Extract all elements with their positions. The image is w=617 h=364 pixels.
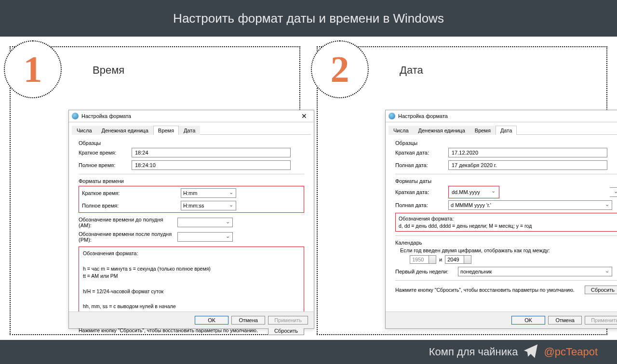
globe-icon xyxy=(72,113,79,119)
page-title: Настроить формат даты и времени в Window… xyxy=(173,11,444,26)
short-date-sample: 17.12.2020 xyxy=(448,148,607,157)
apply-button[interactable]: Применить xyxy=(585,316,617,325)
cancel-button[interactable]: Отмена xyxy=(231,316,265,325)
firstday-label: Первый день недели: xyxy=(395,269,458,274)
tab-numbers[interactable]: Числа xyxy=(72,126,97,135)
long-date-sample: 17 декабря 2020 г. xyxy=(448,160,607,170)
tab-bar: Числа Денежная единица Время Дата xyxy=(72,125,311,135)
year-from-field: 1950 xyxy=(410,255,436,264)
globe-icon xyxy=(389,113,395,119)
date-format-dialog: Настройка формата ✕ Числа Денежная едини… xyxy=(385,110,617,329)
short-date-label: Краткая дата: xyxy=(395,150,448,156)
fmt-long-time-select[interactable]: H:mm:ss xyxy=(181,201,236,210)
date-formats-label: Форматы даты xyxy=(395,178,617,184)
tab-currency[interactable]: Денежная единица xyxy=(414,126,470,135)
long-time-label: Полное время: xyxy=(79,162,132,168)
samples-label: Образцы xyxy=(79,140,304,146)
am-label: Обозначение времени до полудня (AM): xyxy=(79,217,177,228)
long-time-sample: 18:24:10 xyxy=(132,160,291,170)
fmt-long-time-label: Полное время: xyxy=(82,203,181,208)
long-date-label: Полная дата: xyxy=(395,162,448,168)
format-notes-box: Обозначения формата: d, dd = день ddd, d… xyxy=(395,213,617,232)
tab-date[interactable]: Дата xyxy=(496,126,517,135)
firstday-select[interactable]: понедельник xyxy=(458,267,612,276)
step-1-title: Время xyxy=(93,64,124,77)
samples-label: Образцы xyxy=(395,140,617,146)
step-1-badge: 1 xyxy=(4,40,62,98)
am-select[interactable] xyxy=(177,218,233,227)
tab-time[interactable]: Время xyxy=(470,126,496,135)
step-1-panel: 1 Время Настройка формата ✕ Числа Денежн… xyxy=(10,46,300,335)
tab-bar: Числа Денежная единица Время Дата xyxy=(389,125,617,135)
pm-select[interactable] xyxy=(177,232,233,242)
tab-time[interactable]: Время xyxy=(153,126,179,135)
pm-label: Обозначение времени после полудня (PM): xyxy=(79,231,177,243)
fmt-short-time-label: Краткое время: xyxy=(82,190,181,196)
ok-button[interactable]: OK xyxy=(511,316,545,325)
short-time-label: Краткое время: xyxy=(79,150,132,156)
footer: Комп для чайника @pcTeapot xyxy=(0,340,617,364)
format-notes-box: Обозначения формата: h = час m = минута … xyxy=(79,247,304,322)
fmt-short-date-label: Краткая дата: xyxy=(395,189,448,195)
page-header: Настроить формат даты и времени в Window… xyxy=(0,0,617,37)
cancel-button[interactable]: Отмена xyxy=(548,316,582,325)
tab-currency[interactable]: Денежная единица xyxy=(97,126,153,135)
footer-handle: @pcTeapot xyxy=(544,346,598,358)
fmt-short-date-select[interactable]: dd.MM.yyyy xyxy=(450,187,498,197)
step-2-panel: 2 Дата Настройка формата ✕ Числа Денежна… xyxy=(317,46,607,335)
apply-button[interactable]: Применить xyxy=(268,316,308,325)
footer-text: Комп для чайника xyxy=(429,346,518,358)
ok-button[interactable]: OK xyxy=(195,316,228,325)
year-to-field[interactable]: 2049▲▼ xyxy=(445,255,471,264)
fmt-long-date-select[interactable]: d MMMM yyyy 'г.' xyxy=(448,200,612,210)
reset-hint: Нажмите кнопку "Сбросить", чтобы восстан… xyxy=(395,287,585,294)
time-formats-label: Форматы времени xyxy=(79,178,304,184)
close-icon[interactable]: ✕ xyxy=(614,112,617,120)
time-format-dialog: Настройка формата ✕ Числа Денежная едини… xyxy=(68,110,314,329)
dialog-title: Настройка формата xyxy=(398,113,614,119)
dialog-title: Настройка формата xyxy=(81,113,297,119)
fmt-short-time-select[interactable]: H:mm xyxy=(181,188,236,198)
step-2-title: Дата xyxy=(400,64,423,77)
fmt-long-date-label: Полная дата: xyxy=(395,202,448,208)
close-icon[interactable]: ✕ xyxy=(297,112,311,120)
reset-button[interactable]: Сбросить xyxy=(585,286,617,294)
tab-numbers[interactable]: Числа xyxy=(389,126,414,135)
calendar-label: Календарь xyxy=(395,240,617,246)
short-time-sample: 18:24 xyxy=(132,148,291,157)
calendar-hint: Если год введен двумя цифрами, отображат… xyxy=(400,247,617,253)
telegram-icon xyxy=(523,342,539,362)
tab-date[interactable]: Дата xyxy=(179,126,200,135)
step-2-badge: 2 xyxy=(311,40,369,98)
notes-title: Обозначения формата: xyxy=(83,250,300,258)
